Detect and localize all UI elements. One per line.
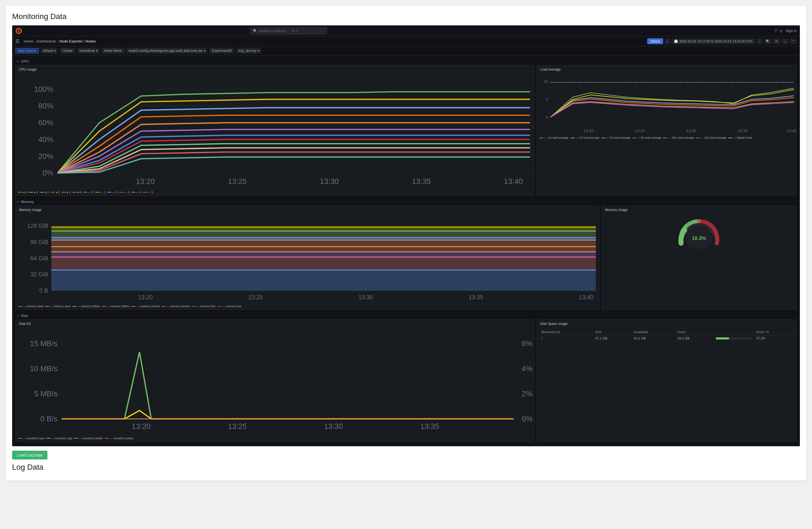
refresh-button[interactable]: ↻	[773, 39, 780, 44]
experiment-id-dropdown[interactable]: exp_dummy ▾	[236, 48, 261, 54]
svg-text:96 GiB: 96 GiB	[30, 239, 48, 245]
memory-gauge-panel: Memory Usage	[602, 205, 797, 310]
svg-text:4%: 4%	[522, 364, 533, 373]
disk-panel-row: Disk I/O 15 MB/s 10 MB/s 5 MB/s 0 B/s 6%	[15, 319, 797, 442]
share-icon[interactable]: ⎋	[780, 29, 782, 33]
svg-text:13:30: 13:30	[324, 422, 343, 430]
legend-item: — memory free	[217, 305, 242, 308]
zoom-out-button[interactable]: 🔍	[764, 39, 772, 44]
svg-text:13:35: 13:35	[468, 294, 483, 300]
legend-item: ● 2	[40, 191, 49, 194]
time-next-button[interactable]: ›	[757, 39, 762, 44]
svg-rect-57	[51, 253, 596, 258]
topbar: 🔍 Search or jump to... ⌘+k ? ⎋ Sign in	[12, 25, 800, 37]
experiment-id-tag: ExperimentID	[209, 48, 235, 54]
svg-text:2%: 2%	[522, 389, 533, 398]
disk-io-chart: 15 MB/s 10 MB/s 5 MB/s 0 B/s 6% 4% 2% 0%…	[16, 327, 534, 435]
disk-section-header[interactable]: ▼ Disk	[15, 312, 797, 319]
collapse-button[interactable]: ⌃	[790, 39, 797, 44]
svg-text:13:40: 13:40	[579, 294, 593, 300]
cpu-panel-row: CPU Usage 100% 80%	[15, 65, 797, 196]
legend-item: — 2	[107, 191, 117, 194]
cpu-usage-chart: 100% 80% 60% 40% 20% 0% 13:20 13:25 13:3…	[16, 73, 534, 190]
time-range-value: 2024-10-25 13:17:02 to 2024-10-25 13:42:…	[679, 40, 753, 43]
cpu-collapse-icon: ▼	[16, 60, 19, 63]
legend-item: — 5	[143, 191, 153, 194]
settings-button[interactable]: ⌄	[782, 39, 788, 44]
svg-text:60%: 60%	[38, 118, 54, 127]
search-bar[interactable]: 🔍 Search or jump to... ⌘+k	[250, 27, 327, 35]
legend-item: — nvme0n1 written	[74, 437, 103, 440]
experiment-id-value: exp_dummy	[238, 49, 256, 53]
load-average-chart: 10 5 0 13:20 13:25 13:30 13:35 13:40	[537, 73, 796, 135]
svg-text:32 GiB: 32 GiB	[30, 271, 48, 277]
legend-item: — 15m load average	[663, 136, 694, 139]
memory-usage-chart-panel: Memory Usage 128 GiB 96 GiB 64 GiB 32 Gi…	[15, 205, 599, 310]
legend-item: — nvme0n1 read	[18, 437, 44, 440]
svg-text:0%: 0%	[522, 415, 533, 423]
legend-item: ● 4	[61, 191, 71, 194]
experiment-id-chevron: ▾	[258, 49, 259, 53]
svg-rect-55	[51, 241, 596, 248]
breadcrumb-sep-1: ›	[34, 39, 35, 43]
load-log-data-button[interactable]: Load Log Data	[12, 451, 47, 459]
svg-text:13:40: 13:40	[504, 177, 523, 186]
svg-text:13:40: 13:40	[787, 129, 796, 133]
bottom-section: Load Log Data Log Data	[12, 446, 800, 474]
data-source-dropdown[interactable]: default ▾	[41, 48, 58, 54]
legend-item: — 15m load average	[695, 136, 726, 139]
chevron-down-icon: ▾	[54, 49, 56, 53]
legend-item: — memory cached	[131, 305, 160, 308]
col-used-pct: Used, %	[754, 329, 794, 335]
svg-text:5: 5	[546, 97, 548, 101]
cluster-label: Cluster	[62, 49, 73, 53]
svg-text:80%: 80%	[38, 101, 54, 110]
time-prev-button[interactable]: ‹	[665, 39, 670, 44]
cpu-usage-panel: CPU Usage 100% 80%	[15, 65, 534, 196]
load-legend: — 1m load average — 1m load average — 5m…	[537, 135, 796, 141]
node-name-dropdown[interactable]: node3.core5g.slices5gcore-pg0.wall1.ilab…	[127, 48, 207, 54]
col-size: Size	[593, 329, 632, 335]
svg-text:13:30: 13:30	[358, 294, 373, 300]
legend-item: — memory buffers	[72, 305, 100, 308]
svg-text:0: 0	[546, 115, 548, 119]
cpu-section-header[interactable]: ▼ CPU	[15, 58, 797, 65]
breadcrumb-home[interactable]: Home	[24, 39, 33, 43]
legend-item: — memory cached	[161, 305, 190, 308]
breadcrumb-current: Node Exporter / Nodes	[59, 39, 96, 43]
memory-panel-row: Memory Usage 128 GiB 96 GiB 64 GiB 32 Gi…	[15, 205, 797, 310]
svg-text:13:25: 13:25	[635, 129, 645, 133]
cluster-dropdown[interactable]: centralhub ▾	[77, 48, 100, 54]
grafana-shell: 🔍 Search or jump to... ⌘+k ? ⎋ Sign in ☰…	[12, 25, 800, 446]
svg-text:128 GiB: 128 GiB	[27, 223, 48, 229]
sign-in-button[interactable]: Sign in	[785, 29, 797, 33]
disk-io-svg: 15 MB/s 10 MB/s 5 MB/s 0 B/s 6% 4% 2% 0%…	[16, 327, 534, 435]
disk-space-body: Mounted on Size Available Used Used, %	[537, 327, 796, 344]
legend-item: — 1m load average	[570, 136, 599, 139]
share-button[interactable]: Share	[647, 38, 664, 44]
cpu-usage-title: CPU Usage	[16, 66, 534, 73]
experiment-id-label: ExperimentID	[212, 49, 232, 53]
col-used: Used	[675, 329, 714, 335]
memory-gauge-title: Memory Usage	[602, 206, 797, 213]
svg-rect-58	[51, 258, 596, 270]
node-name-value: node3.core5g.slices5gcore-pg0.wall1.ilab…	[128, 49, 203, 53]
help-icon[interactable]: ?	[774, 29, 777, 33]
legend-item: — memory used	[18, 305, 43, 308]
available-value: 42.1 GB	[632, 335, 675, 342]
disk-bar-bg	[716, 337, 752, 340]
breadcrumb: Home › Dashboards › Node Exporter / Node…	[24, 39, 96, 43]
svg-text:40%: 40%	[38, 135, 54, 144]
disk-collapse-icon: ▼	[16, 314, 19, 317]
memory-section-header[interactable]: ▼ Memory	[15, 198, 797, 205]
svg-text:0 B/s: 0 B/s	[41, 415, 58, 423]
grafana-logo	[15, 28, 22, 34]
time-range-picker[interactable]: 🕐 2024-10-25 13:17:02 to 2024-10-25 13:4…	[671, 39, 755, 44]
disk-io-panel: Disk I/O 15 MB/s 10 MB/s 5 MB/s 0 B/s 6%	[15, 319, 534, 442]
breadcrumb-dashboards[interactable]: Dashboards	[37, 39, 56, 43]
used-value: 25.0 GB	[675, 335, 714, 342]
memory-gauge: 10.3%	[602, 213, 797, 257]
hamburger-menu[interactable]: ☰	[15, 39, 19, 44]
memory-collapse-icon: ▼	[16, 200, 19, 203]
legend-item: ● 0	[18, 191, 27, 194]
